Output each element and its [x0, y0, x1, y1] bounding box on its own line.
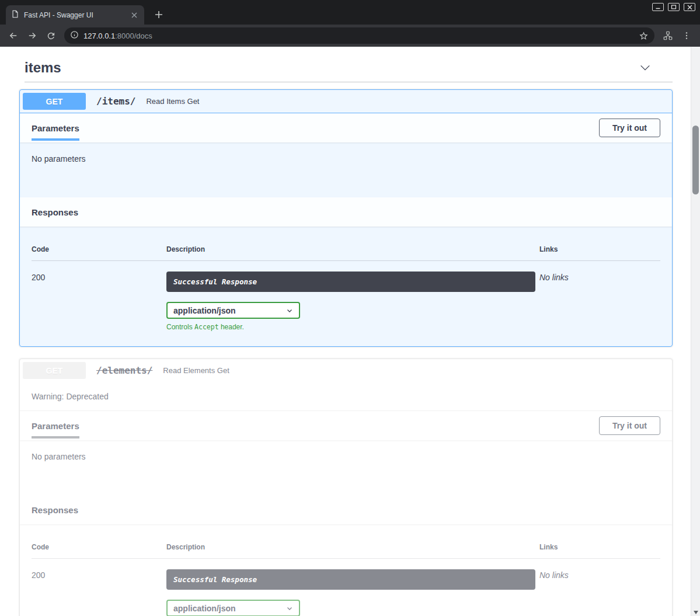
browser-tab[interactable]: Fast API - Swagger UI	[6, 5, 144, 25]
browser-toolbar: 127.0.0.1:8000/docs	[0, 25, 700, 47]
close-button[interactable]	[684, 3, 695, 11]
col-description: Description	[166, 245, 539, 253]
parameters-header: Parameters Try it out	[20, 113, 672, 142]
chevron-down-icon	[286, 605, 293, 612]
page-content: items GET /items/ Read Items Get Paramet…	[0, 47, 700, 616]
no-parameters-text: No parameters	[20, 440, 672, 495]
opblock-summary[interactable]: GET /elements/ Read Elements Get	[20, 359, 672, 382]
browser-window: Fast API - Swagger UI	[0, 0, 700, 616]
response-description-cell: Successful Response application/json Con…	[166, 569, 539, 616]
browser-titlebar: Fast API - Swagger UI	[0, 0, 700, 25]
tab-parameters[interactable]: Parameters	[32, 123, 79, 133]
responses-table-head: Code Description Links	[32, 237, 660, 261]
deprecation-warning: Warning: Deprecated	[20, 382, 672, 411]
media-type-select[interactable]: application/json	[166, 302, 300, 319]
menu-kebab-button[interactable]	[678, 27, 695, 44]
browser-network-icon[interactable]	[659, 27, 677, 44]
forward-button[interactable]	[23, 27, 41, 44]
status-code: 200	[32, 569, 166, 616]
status-code: 200	[32, 272, 166, 331]
responses-header: Responses	[20, 197, 672, 227]
url-path: :8000/docs	[115, 32, 152, 40]
responses-title: Responses	[32, 505, 78, 515]
chevron-down-icon	[286, 307, 293, 314]
col-description: Description	[166, 543, 539, 551]
back-button[interactable]	[5, 27, 22, 44]
page-icon	[11, 10, 19, 20]
responses-header: Responses	[20, 495, 672, 524]
media-type-value: application/json	[173, 604, 236, 613]
new-tab-button[interactable]	[151, 6, 167, 23]
operation-summary: Read Elements Get	[163, 366, 229, 375]
scrollbar-thumb[interactable]	[692, 126, 699, 194]
site-info-icon[interactable]	[70, 30, 79, 41]
scrollbar-down-button[interactable]	[691, 611, 700, 614]
try-it-out-button[interactable]: Try it out	[599, 119, 660, 137]
url-text[interactable]: 127.0.0.1:8000/docs	[83, 32, 631, 40]
tab-title: Fast API - Swagger UI	[24, 11, 125, 19]
maximize-button[interactable]	[668, 3, 680, 11]
media-type-value: application/json	[173, 306, 236, 315]
col-code: Code	[32, 245, 166, 253]
col-links: Links	[539, 245, 660, 253]
url-host: 127.0.0.1	[83, 32, 115, 40]
links-text: No links	[539, 569, 660, 616]
responses-table: Code Description Links 200 Successful Re…	[20, 227, 672, 346]
response-description: Successful Response	[166, 272, 535, 292]
accept-header-note: Controls Accept header.	[166, 323, 539, 331]
no-parameters-text: No parameters	[20, 142, 672, 197]
media-type-select[interactable]: application/json	[166, 600, 300, 616]
operation-path: /items/	[92, 96, 140, 107]
operation-summary: Read Items Get	[146, 97, 199, 106]
swagger-ui: items GET /items/ Read Items Get Paramet…	[0, 47, 700, 616]
try-it-out-button[interactable]: Try it out	[599, 416, 660, 435]
tag-section-header[interactable]: items	[25, 56, 673, 82]
opblock-get-elements-deprecated: GET /elements/ Read Elements Get Warning…	[19, 359, 673, 616]
bookmark-star-button[interactable]	[636, 29, 651, 43]
section-title: items	[25, 60, 61, 76]
tab-parameters[interactable]: Parameters	[32, 421, 79, 431]
response-row: 200 Successful Response application/json…	[32, 261, 660, 331]
reload-button[interactable]	[42, 27, 60, 44]
links-text: No links	[539, 272, 660, 331]
operation-path: /elements/	[92, 365, 157, 376]
method-badge: GET	[23, 362, 86, 379]
opblock-get-items: GET /items/ Read Items Get Parameters Tr…	[19, 89, 673, 347]
method-badge: GET	[23, 93, 86, 110]
scrollbar-track[interactable]	[691, 47, 700, 616]
parameters-header: Parameters Try it out	[20, 411, 672, 440]
response-description: Successful Response	[166, 569, 535, 590]
responses-table-head: Code Description Links	[32, 535, 660, 559]
col-code: Code	[32, 543, 166, 551]
response-description-cell: Successful Response application/json Con…	[166, 272, 539, 331]
response-row: 200 Successful Response application/json…	[32, 559, 660, 616]
minimize-button[interactable]	[652, 3, 664, 11]
col-links: Links	[539, 543, 660, 551]
window-controls	[652, 3, 695, 11]
chevron-down-icon[interactable]	[639, 61, 668, 74]
opblock-summary[interactable]: GET /items/ Read Items Get	[20, 90, 672, 113]
responses-table: Code Description Links 200 Successful Re…	[20, 524, 672, 616]
address-bar[interactable]: 127.0.0.1:8000/docs	[64, 27, 654, 44]
tab-close-button[interactable]	[130, 11, 139, 20]
responses-title: Responses	[32, 207, 78, 217]
